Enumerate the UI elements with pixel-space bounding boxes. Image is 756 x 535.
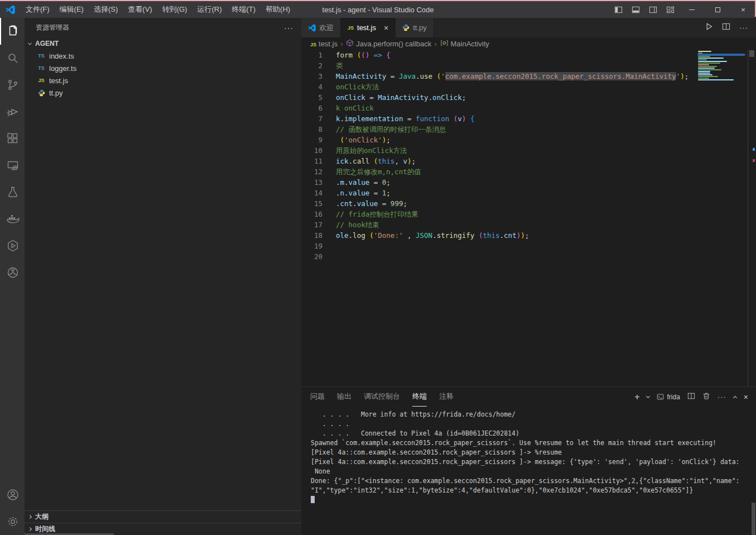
split-terminal-icon[interactable] <box>687 392 695 402</box>
panel-more-icon[interactable]: ··· <box>718 393 726 401</box>
close-tab-icon[interactable]: × <box>384 23 388 32</box>
close-button[interactable]: × <box>730 1 756 18</box>
minimap-line <box>698 54 745 55</box>
breadcrumb-item[interactable]: JStest.js <box>310 40 338 48</box>
panel-tab-调试控制台[interactable]: 调试控制台 <box>364 387 400 407</box>
terminal-name: frida <box>667 393 680 401</box>
line-content: .n.value = 1; <box>336 188 756 198</box>
sidebar-item-tt.py[interactable]: tt.py <box>25 87 301 99</box>
line-content: k.implementation = function (v) { <box>336 113 756 124</box>
account-icon[interactable] <box>0 481 25 508</box>
tab-欢迎[interactable]: 欢迎 <box>301 18 341 37</box>
extensions-icon[interactable] <box>0 125 25 152</box>
sidebar-item-test.js[interactable]: JStest.js <box>25 74 301 87</box>
code-line[interactable]: 13.m.value = 0; <box>301 177 756 188</box>
code-line[interactable]: 17// hook结束 <box>301 219 756 230</box>
terminal-line: . . . . Connected to Pixel 4a (id=0B061J… <box>311 429 749 438</box>
editor-scrollbar-thumb[interactable] <box>749 50 754 57</box>
menu-选择S[interactable]: 选择(S) <box>89 1 123 18</box>
terminal-cursor <box>311 496 315 503</box>
chevron-right-icon <box>28 527 32 531</box>
js-file-icon: JS <box>36 78 46 83</box>
line-number: 20 <box>301 251 336 262</box>
sidebar-item-logger.ts[interactable]: TSlogger.ts <box>25 62 301 74</box>
code-line[interactable]: 8// 函数被调用的时候打印一条消息 <box>301 124 756 135</box>
code-line[interactable]: 12用完之后修改m,n,cnt的值 <box>301 166 756 177</box>
source-control-icon[interactable] <box>0 71 25 98</box>
sidebar-item-index.ts[interactable]: TSindex.ts <box>25 50 301 62</box>
menu-帮助H[interactable]: 帮助(H) <box>261 1 295 18</box>
minimize-button[interactable] <box>679 1 705 18</box>
minimap[interactable] <box>698 51 747 81</box>
maximize-button[interactable] <box>705 1 730 18</box>
remote-explorer-icon[interactable] <box>0 152 25 179</box>
code-editor[interactable]: 1form (() => {2类3MainActivity = Java.use… <box>301 50 756 386</box>
new-terminal-icon[interactable]: + <box>634 393 639 402</box>
panel-tab-问题[interactable]: 问题 <box>310 387 325 407</box>
toggle-panel-icon[interactable] <box>627 1 644 18</box>
code-line[interactable]: 9 ('onClick'); <box>301 135 756 145</box>
explorer-more-icon[interactable]: ··· <box>284 23 293 32</box>
kill-terminal-icon[interactable] <box>702 392 710 402</box>
code-line[interactable]: 1form (() => { <box>301 50 756 60</box>
breadcrumb-item[interactable]: Java.perform() callback <box>346 39 431 49</box>
toggle-sidebar-icon[interactable] <box>610 1 627 18</box>
tab-label: test.js <box>357 23 376 32</box>
code-line[interactable]: 6k onClick <box>301 103 756 113</box>
folder-section-agent[interactable]: AGENT <box>25 37 301 50</box>
code-line[interactable]: 16// frida控制台打印结果 <box>301 209 756 219</box>
menu-编辑E[interactable]: 编辑(E) <box>55 1 89 18</box>
overview-ruler-mark <box>753 159 755 162</box>
code-line[interactable]: 2类 <box>301 60 756 71</box>
panel-tab-终端[interactable]: 终端 <box>412 387 427 407</box>
breadcrumb[interactable]: JStest.js›Java.perform() callback›MainAc… <box>301 37 756 50</box>
split-editor-icon[interactable] <box>722 22 730 33</box>
ts-file-icon: TS <box>36 65 46 71</box>
run-and-debug-icon[interactable] <box>0 98 25 125</box>
editor-more-icon[interactable]: ··· <box>739 23 748 32</box>
code-line[interactable]: 18ole.log ('Done:' , JSON.stringify (thi… <box>301 230 756 241</box>
menu-文件F[interactable]: 文件(F) <box>21 1 55 18</box>
tab-tt.py[interactable]: tt.py <box>396 18 434 37</box>
maximize-panel-icon[interactable] <box>733 395 737 399</box>
code-line[interactable]: 5onClick = MainActivity.onClick; <box>301 92 756 103</box>
openai-icon[interactable] <box>0 259 25 286</box>
breadcrumb-item[interactable]: MainActivity <box>440 39 489 49</box>
editor-actions: ··· <box>705 18 756 37</box>
code-line[interactable]: 10用原始的onClick方法 <box>301 145 756 156</box>
docker-icon[interactable] <box>0 206 25 232</box>
run-file-icon[interactable] <box>705 22 713 33</box>
code-line[interactable]: 11ick.call (this, v); <box>301 156 756 166</box>
code-line[interactable]: 7k.implementation = function (v) { <box>301 113 756 124</box>
customize-layout-icon[interactable] <box>662 1 679 18</box>
line-number: 6 <box>301 103 336 113</box>
terminal-output[interactable]: . . . . More info at https://frida.re/do… <box>311 410 749 534</box>
file-name: index.ts <box>49 52 74 60</box>
panel-tab-注释[interactable]: 注释 <box>439 387 454 407</box>
code-line[interactable]: 19 <box>301 241 756 251</box>
menu-运行R[interactable]: 运行(R) <box>192 1 227 18</box>
line-content: // 函数被调用的时候打印一条消息 <box>336 124 756 135</box>
toggle-secondary-sidebar-icon[interactable] <box>644 1 662 18</box>
terminal-scrollbar-thumb[interactable] <box>752 503 755 535</box>
terminal-list-item[interactable]: frida <box>657 393 680 401</box>
explorer-icon[interactable] <box>0 18 25 45</box>
menu-转到G[interactable]: 转到(G) <box>157 1 192 18</box>
code-line[interactable]: 14.n.value = 1; <box>301 188 756 198</box>
search-icon[interactable] <box>0 45 25 71</box>
code-line[interactable]: 20 <box>301 251 756 262</box>
outline-section[interactable]: 大纲 <box>25 510 301 523</box>
code-line[interactable]: 3MainActivity = Java.use ('com.example.s… <box>301 71 756 82</box>
testing-icon[interactable] <box>0 179 25 206</box>
close-panel-icon[interactable]: × <box>744 393 748 402</box>
tab-test.js[interactable]: JStest.js× <box>341 18 396 37</box>
menu-终端T[interactable]: 终端(T) <box>227 1 261 18</box>
minimap-line <box>698 78 709 79</box>
menu-查看V[interactable]: 查看(V) <box>123 1 157 18</box>
settings-gear-icon[interactable] <box>0 508 25 535</box>
panel-tab-输出[interactable]: 输出 <box>337 387 351 407</box>
code-line[interactable]: 15.cnt.value = 999; <box>301 198 756 209</box>
terminal-dropdown-icon[interactable] <box>646 394 650 398</box>
code-line[interactable]: 4onClick方法 <box>301 82 756 92</box>
hexagon-play-icon[interactable] <box>0 232 25 259</box>
